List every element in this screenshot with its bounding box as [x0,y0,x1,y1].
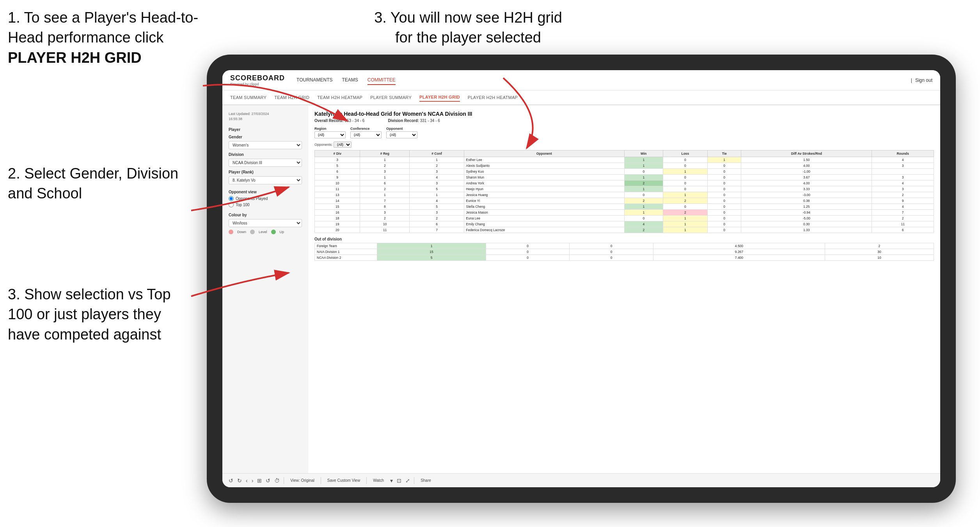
table-row: 18 2 2 Euna Lee 0 1 0 -5.00 2 [315,216,934,221]
forward-icon[interactable]: › [252,477,254,484]
cell-conf: 5 [410,204,464,210]
watch-btn[interactable]: Watch [371,477,386,483]
sign-out-link[interactable]: Sign out [915,78,932,83]
watch-chevron-icon[interactable]: ▾ [390,477,393,484]
cell-win: 2 [625,198,663,204]
cell-opponent: Stella Cheng [464,204,624,210]
tablet-frame: SCOREBOARD Powered by clippd TOURNAMENTS… [207,55,956,503]
undo-icon[interactable]: ↺ [229,477,233,484]
subnav-team-h2h-grid[interactable]: TEAM H2H GRID [274,94,309,101]
copy-icon[interactable]: ⊞ [257,477,262,484]
cell-opponent: Eunice Yi [464,198,624,204]
subnav-team-h2h-heatmap[interactable]: TEAM H2H HEATMAP [317,94,362,101]
nav-separator: | [911,78,912,83]
col-diff: Diff Av Strokes/Rnd [741,150,872,157]
save-custom-btn[interactable]: Save Custom View [325,477,362,483]
toolbar-sep-3 [366,477,367,484]
filter-row: Region (All) Conference (All) Opponent [314,127,934,138]
cell-rounds: 2 [872,216,934,221]
cell-reg: 10 [360,221,410,227]
legend-down-label: Down [237,230,246,234]
sidebar-timestamp: Last Updated: 27/03/202416:55:38 [229,111,302,121]
cell-conf: 3 [410,169,464,175]
subnav-player-h2h-heatmap[interactable]: PLAYER H2H HEATMAP [468,94,518,101]
colour-by-select[interactable]: Win/loss [229,219,302,227]
sidebar-player-section: Player Gender Women's Men's Division NCA… [229,127,302,184]
out-of-div-row: Foreign Team 1 0 0 4.500 2 [315,243,934,249]
cell-opponent: Sydney Kuo [464,169,624,175]
cell-loss: 2 [663,210,708,216]
cell-win: 5 [377,255,486,261]
resize-icon: ⊡ [397,477,401,484]
instruction-2: 2. Select Gender, Division and School [8,164,187,204]
subnav-team-summary[interactable]: TEAM SUMMARY [230,94,266,101]
col-tie: Tie [708,150,741,157]
gender-label: Gender [229,135,302,139]
subnav-player-h2h-grid[interactable]: PLAYER H2H GRID [419,93,460,102]
region-filter-select[interactable]: (All) [314,131,346,138]
cell-win: 1 [625,204,663,210]
col-conf: # Conf [410,150,464,157]
back-icon[interactable]: ‹ [246,477,248,484]
clock-icon[interactable]: ⏱ [274,477,280,484]
cell-div: 6 [315,169,360,175]
nav-committee[interactable]: COMMITTEE [368,76,396,85]
cell-conf: 4 [410,198,464,204]
share-btn[interactable]: Share [418,477,433,483]
cell-rounds: 4 [872,180,934,186]
toolbar-sep-2 [321,477,321,484]
division-select[interactable]: NCAA Division III NCAA Division I NCAA D… [229,159,302,167]
cell-win: 0 [625,216,663,221]
grid-records: Overall Record: 353 - 34 - 6 Division Re… [314,118,934,123]
division-record: Division Record: 331 - 34 - 6 [388,118,440,123]
opponents-text: Opponents: [314,143,333,147]
table-row: 16 3 3 Jessica Mason 1 2 0 -0.94 7 [315,210,934,216]
cell-opponent: Esther Lee [464,157,624,163]
cell-diff: 3.67 [741,175,872,180]
cell-diff: 3.33 [741,186,872,192]
player-rank-select[interactable]: 8. Katelyn Vo [229,176,302,184]
view-original-btn[interactable]: View: Original [288,477,317,483]
instruction-1: 1. To see a Player's Head-to-Head perfor… [8,8,226,68]
radio-opponents-played[interactable]: Opponents Played [229,196,302,201]
cell-reg: 3 [360,210,410,216]
nav-tournaments[interactable]: TOURNAMENTS [296,76,332,85]
redo-icon[interactable]: ↻ [237,477,242,484]
opponent-filter-select[interactable]: (All) [386,131,417,138]
legend-up-dot [271,230,276,234]
cell-tie: 0 [708,221,741,227]
cell-div: 19 [315,221,360,227]
cell-loss: 0 [486,243,570,249]
gender-select[interactable]: Women's Men's [229,141,302,149]
radio-top100[interactable]: Top 100 [229,202,302,207]
instruction-top-right: 3. You will now see H2H grid for the pla… [367,8,570,48]
cell-diff: -5.00 [741,216,872,221]
instruction-3: 3. Show selection vs Top 100 or just pla… [8,285,195,345]
instruction-3-text: 3. Show selection vs Top 100 or just pla… [8,286,171,343]
table-row: 20 11 7 Federica Domecq Lacroze 2 1 0 1.… [315,227,934,233]
nav-teams[interactable]: TEAMS [342,76,358,85]
cell-rounds: 9 [872,198,934,204]
cell-tie: 0 [708,169,741,175]
colour-legend: Down Level Up [229,230,302,234]
cell-diff: 1.33 [741,227,872,233]
filter-conference: Conference (All) [350,127,382,138]
cell-loss: 1 [663,169,708,175]
cell-reg: 6 [360,180,410,186]
cell-div: 10 [315,180,360,186]
refresh-icon[interactable]: ↺ [266,477,270,484]
opponents-select[interactable]: (All) [334,141,352,148]
cell-diff: 1.50 [741,157,872,163]
subnav-player-summary[interactable]: PLAYER SUMMARY [370,94,412,101]
cell-reg: 11 [360,227,410,233]
cell-diff: 0.38 [741,198,872,204]
tablet-screen: SCOREBOARD Powered by clippd TOURNAMENTS… [222,70,940,487]
cell-conf: 6 [410,221,464,227]
toolbar-sep-4 [414,477,414,484]
cell-team-name: NCAA Division 2 [315,255,377,261]
conference-filter-select[interactable]: (All) [350,131,382,138]
cell-reg: 1 [360,175,410,180]
cell-rounds: 3 [872,186,934,192]
colour-by-label: Colour by [229,213,302,217]
cell-rounds [872,169,934,175]
